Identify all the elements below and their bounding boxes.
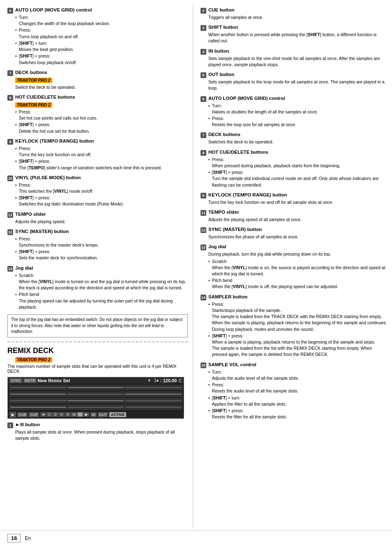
loop-1-btn[interactable]: 1 <box>46 412 52 417</box>
bullet-icon: • <box>208 301 210 307</box>
bpm-display: : 120.00 <box>160 378 177 383</box>
in-button[interactable]: IN <box>90 412 97 417</box>
remix-traktor-badge: TRAKTOR PRO 2 <box>15 357 52 362</box>
slot-line <box>10 387 66 388</box>
section-11-right: 11 TEMPO slider Adjusts the playing spee… <box>201 210 387 223</box>
bullet-icon: • <box>15 236 17 242</box>
section-header: 9 KEYLOCK (TEMPO RANGE) button <box>7 138 188 145</box>
list-item: • Scratch When the [VINYL] mode is on, t… <box>208 259 387 277</box>
note-box: The top of the jog dial has an embedded … <box>7 314 188 337</box>
section-num: 7 <box>201 132 206 138</box>
bullet-label: [SHIFT] + press: <box>19 53 51 58</box>
bullet-icon: • <box>15 145 17 152</box>
section-title: TEMPO slider <box>15 212 46 217</box>
loop-2-btn[interactable]: 2 <box>53 412 58 417</box>
section-body: Sets sample playback to the one-shot mod… <box>208 55 387 68</box>
left-column: 6 AUTO LOOP (MOVE GRID) control • Turn: … <box>0 4 193 529</box>
loop-32-btn[interactable]: 32 <box>77 412 83 417</box>
section-header: 10 VINYL (PULSE MODE) button <box>7 175 188 181</box>
play-pause-btn[interactable]: ▶ <box>9 412 16 418</box>
loop-prev-btn[interactable]: ◄ <box>40 412 46 417</box>
list-item: • Press: Synchronizes to the master deck… <box>15 236 188 248</box>
dropdown-arrow-icon[interactable]: ▼ <box>147 378 151 383</box>
list-item: • [SHIFT] + press: When a sample is play… <box>208 333 387 358</box>
section-body: • Press: Starts/stops playback of the sa… <box>208 301 387 358</box>
section-body: Turns the key lock function on and off f… <box>208 199 387 205</box>
bullet-content: Press: Resets the loop size for all samp… <box>212 115 387 128</box>
section-body: Triggers all samples at once. <box>208 14 387 21</box>
cup-button[interactable]: CUP <box>29 412 39 417</box>
bullet-icon: • <box>208 103 210 109</box>
section-title: AUTO LOOP (MOVE GRID) control <box>208 96 285 101</box>
list-item: • Press: When pressed during playback, p… <box>208 157 387 169</box>
section-num: 8 <box>201 150 206 156</box>
list-item: • Scratch When the [VINYL] mode is turne… <box>15 272 188 291</box>
section-title: Jog dial <box>15 265 33 270</box>
key-display: C <box>179 378 182 383</box>
sync-btn[interactable]: SYNC <box>9 378 22 383</box>
loop-size-buttons: ◄ 1 2 4 8 16 32 ▶ <box>40 412 89 417</box>
section-title: DECK buttons <box>15 70 47 75</box>
list-item: • Turn: Halves or doubles the length of … <box>208 103 387 115</box>
section-title: KEYLOCK (TEMPO RANGE) button <box>15 138 94 143</box>
list-item: • [SHIFT] + press: Turn the sample slot … <box>208 169 387 188</box>
bullet-desc: When the [VINYL] mode is off, the playin… <box>212 284 338 289</box>
remix-top-bar: SYNC MSTR New Remix Set ▼ 1● : 120.00 C <box>8 377 184 384</box>
bullet-desc: Sets the master deck for synchronization… <box>19 255 98 260</box>
cue-button[interactable]: CUE <box>17 412 28 417</box>
section-header: 4 IN button <box>201 48 387 55</box>
loop-16-btn[interactable]: 16 <box>71 412 77 417</box>
section-num: 6 <box>7 8 13 14</box>
section-6-left: 6 AUTO LOOP (MOVE GRID) control • Turn: … <box>7 7 188 66</box>
bullet-desc: Resets the filter for all the sample slo… <box>212 414 287 419</box>
section-num: 11 <box>7 212 13 218</box>
bullet-icon: • <box>208 169 210 175</box>
bullet-list: • Press: Set hot cue points and calls ou… <box>15 109 188 134</box>
section-title: IN button <box>208 48 229 53</box>
out-button[interactable]: OUT <box>98 412 108 417</box>
bullet-list: • Turn: Halves or doubles the length of … <box>208 103 387 128</box>
bullet-icon: • <box>15 291 17 298</box>
page-number: 16 <box>11 535 17 541</box>
bullet-label: Scratch <box>212 259 227 264</box>
section-header: 1 ►/II button <box>7 422 188 428</box>
loop-4-btn[interactable]: 4 <box>59 412 65 417</box>
bullet-desc: The [TEMPO] slider's range of variation … <box>19 165 162 170</box>
list-item: • Turn: Adjusts the audio level of all t… <box>208 369 387 381</box>
bullet-content: [SHIFT] + press: Resets the filter for a… <box>212 408 387 420</box>
section-body: Sets sample playback to the loop mode fo… <box>208 79 387 91</box>
bullet-icon: • <box>208 408 210 414</box>
loop-8-btn[interactable]: 8 <box>65 412 71 417</box>
section-header: 7 DECK buttons <box>7 70 188 76</box>
section-header: 12 SYNC (MASTER) button <box>7 229 188 235</box>
bullet-icon: • <box>15 27 17 33</box>
section-num: 8 <box>7 95 13 101</box>
bullet-content: [SHIFT] + turn: Applies the filter to al… <box>212 395 387 407</box>
list-item: • [SHIFT] + press: Delete the hot cue se… <box>15 122 188 134</box>
section-num: 12 <box>7 229 13 235</box>
section-5-right: 5 OUT button Sets sample playback to the… <box>201 72 387 91</box>
section-15-right: 15 SAMPLE VOL control • Turn: Adjusts th… <box>201 362 387 420</box>
bullet-desc: Turn the sample slot individual control … <box>212 176 379 187</box>
remix-deck-section: REMIX DECK TRAKTOR PRO 2 The maximum num… <box>7 346 188 441</box>
bullet-desc: The playing speed can be adjusted by tur… <box>19 298 173 309</box>
section-title: TEMPO slider <box>208 210 239 215</box>
section-body: Synchronizes the phase of all samples at… <box>208 234 387 240</box>
bullet-desc: Applies the filter to all the sample slo… <box>212 402 287 406</box>
slot-row-2 <box>9 391 183 397</box>
bullet-list: • Scratch When the [VINYL] mode is turne… <box>15 272 188 310</box>
section-title: SAMPLER button <box>208 294 247 299</box>
bullet-label: Press: <box>212 382 224 387</box>
bullet-desc: When the [VINYL] mode is on, the source … <box>212 265 385 276</box>
remix-intro: The maximum number of sample slots that … <box>7 364 188 374</box>
loop-next-btn[interactable]: ▶ <box>83 412 89 417</box>
bullet-label: [SHIFT] + press: <box>19 195 51 200</box>
slot-line <box>68 394 124 395</box>
bullet-desc: When the [VINYL] mode is turned on and t… <box>19 279 186 290</box>
mstr-btn[interactable]: MSTR <box>23 378 37 383</box>
bullet-desc: Turns the key lock function on and off. <box>19 152 92 157</box>
active-button[interactable]: ACTIVE <box>109 412 126 417</box>
bullet-desc: Resets the loop size for all samples at … <box>212 122 296 127</box>
bullet-label: Press: <box>19 146 31 151</box>
section-title: SYNC (MASTER) button <box>15 229 69 234</box>
